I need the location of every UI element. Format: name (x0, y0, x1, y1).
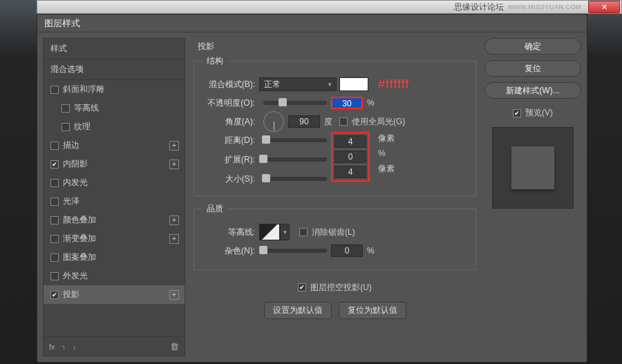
checkbox-inner-glow[interactable] (50, 179, 59, 187)
quality-legend: 品质 (202, 203, 227, 215)
style-item-inner-shadow[interactable]: 内阴影 + (44, 155, 185, 173)
quality-fieldset: 品质 等高线: ▾ 消除锯齿(L) 杂色(N): 0 % (194, 203, 476, 270)
contour-label: 等高线: (202, 227, 259, 238)
preview-label: 预览(V) (525, 107, 553, 119)
watermark-url: WWW.MISSYUAN.COM (508, 3, 581, 10)
window-titlebar: 思缘设计论坛 WWW.MISSYUAN.COM ✕ (37, 0, 622, 14)
section-title: 投影 (198, 41, 476, 52)
size-label: 大小(S): (202, 173, 259, 185)
layer-style-dialog: 图层样式 样式 混合选项 斜面和浮雕 等高线 纹理 描边 + (37, 14, 587, 363)
checkbox-drop-shadow[interactable] (50, 291, 59, 299)
blend-options-item[interactable]: 混合选项 (44, 59, 185, 80)
highlight-box: 4 0 4 (331, 132, 370, 182)
contour-dropdown-icon[interactable]: ▾ (280, 224, 290, 240)
structure-fieldset: 结构 混合模式(B): 正常 ▾ #ffffff 不透明度(O): 30 % (194, 55, 476, 196)
style-item-satin[interactable]: 光泽 (44, 192, 185, 211)
contour-picker[interactable] (259, 224, 280, 240)
size-unit: 像素 (378, 162, 395, 175)
preview-swatch (511, 146, 554, 189)
add-stroke-icon[interactable]: + (169, 141, 179, 151)
style-item-inner-glow[interactable]: 内发光 (44, 173, 185, 192)
angle-input[interactable]: 90 (288, 115, 320, 128)
checkbox-stroke[interactable] (50, 142, 59, 150)
style-item-gradient-overlay[interactable]: 渐变叠加 + (44, 229, 185, 248)
style-item-bevel[interactable]: 斜面和浮雕 (44, 80, 185, 99)
add-gradient-overlay-icon[interactable]: + (169, 234, 179, 244)
style-item-texture[interactable]: 纹理 (44, 117, 185, 136)
settings-panel: 投影 结构 混合模式(B): 正常 ▾ #ffffff 不透明度(O): 30 (191, 38, 479, 356)
angle-unit: 度 (324, 116, 332, 128)
opacity-slider[interactable] (263, 101, 327, 105)
add-drop-shadow-icon[interactable]: + (169, 290, 179, 300)
checkbox-inner-shadow[interactable] (50, 160, 59, 169)
angle-label: 角度(A): (202, 116, 259, 128)
checkbox-gradient-overlay[interactable] (50, 235, 59, 243)
window-close-button[interactable]: ✕ (588, 1, 620, 13)
opacity-unit: % (367, 98, 375, 108)
style-item-drop-shadow[interactable]: 投影 + (44, 285, 185, 304)
reset-button[interactable]: 复位 (484, 60, 581, 77)
checkbox-texture[interactable] (62, 123, 70, 131)
antialias-label: 消除锯齿(L) (312, 227, 355, 238)
spread-slider[interactable] (263, 157, 327, 162)
shadow-color-swatch[interactable] (339, 77, 368, 91)
checkbox-outer-glow[interactable] (50, 272, 59, 280)
global-light-checkbox[interactable] (339, 117, 348, 126)
noise-unit: % (367, 246, 375, 256)
noise-label: 杂色(N): (202, 245, 259, 257)
knockout-checkbox[interactable] (298, 283, 306, 291)
chevron-down-icon: ▾ (328, 81, 332, 88)
spread-unit: % (378, 147, 395, 160)
set-default-button[interactable]: 设置为默认值 (264, 302, 332, 319)
move-up-icon[interactable]: ↑ (62, 343, 66, 351)
size-slider[interactable] (263, 177, 327, 181)
blend-mode-select[interactable]: 正常 ▾ (259, 77, 337, 91)
noise-slider[interactable] (263, 249, 327, 253)
distance-unit: 像素 (378, 132, 395, 144)
styles-list-panel: 样式 混合选项 斜面和浮雕 等高线 纹理 描边 + 内阴影 (43, 38, 185, 356)
distance-label: 距离(D): (202, 135, 259, 146)
reset-default-button[interactable]: 复位为默认值 (339, 302, 406, 319)
preview-checkbox[interactable] (513, 109, 521, 117)
styles-header[interactable]: 样式 (44, 39, 185, 59)
distance-slider[interactable] (263, 138, 327, 142)
antialias-checkbox[interactable] (299, 228, 308, 236)
checkbox-bevel[interactable] (50, 86, 59, 94)
checkbox-contour[interactable] (62, 104, 70, 113)
trash-icon[interactable]: 🗑 (170, 341, 179, 352)
style-item-pattern-overlay[interactable]: 图案叠加 (44, 248, 185, 267)
dialog-title: 图层样式 (37, 15, 587, 32)
styles-footer: fx ↑ ↓ 🗑 (44, 336, 185, 356)
style-item-stroke[interactable]: 描边 + (44, 136, 185, 155)
preview-box (492, 127, 574, 209)
spread-input[interactable]: 0 (334, 151, 366, 163)
spread-label: 扩展(R): (202, 154, 259, 166)
angle-dial[interactable] (263, 111, 284, 132)
noise-input[interactable]: 0 (331, 245, 363, 257)
structure-legend: 结构 (202, 55, 227, 67)
style-item-outer-glow[interactable]: 外发光 (44, 267, 185, 285)
watermark-text: 思缘设计论坛 (454, 1, 504, 13)
opacity-label: 不透明度(O): (202, 97, 259, 109)
right-panel: 确定 复位 新建样式(W)... 预览(V) (484, 38, 581, 356)
size-input[interactable]: 4 (334, 166, 366, 178)
checkbox-satin[interactable] (50, 198, 59, 206)
style-item-contour[interactable]: 等高线 (44, 99, 185, 117)
checkbox-pattern-overlay[interactable] (50, 253, 59, 262)
global-light-label: 使用全局光(G) (352, 116, 405, 128)
fx-menu-icon[interactable]: fx (49, 343, 55, 351)
opacity-input[interactable]: 30 (331, 97, 363, 109)
checkbox-color-overlay[interactable] (50, 216, 59, 224)
distance-input[interactable]: 4 (334, 135, 366, 148)
new-style-button[interactable]: 新建样式(W)... (484, 82, 581, 99)
add-inner-shadow-icon[interactable]: + (169, 160, 179, 169)
move-down-icon[interactable]: ↓ (73, 343, 77, 351)
style-item-color-overlay[interactable]: 颜色叠加 + (44, 211, 185, 229)
knockout-label: 图层挖空投影(U) (310, 282, 372, 294)
blend-mode-label: 混合模式(B): (202, 79, 259, 90)
hex-annotation: #ffffff (378, 77, 409, 92)
add-color-overlay-icon[interactable]: + (169, 215, 179, 225)
ok-button[interactable]: 确定 (484, 38, 581, 55)
